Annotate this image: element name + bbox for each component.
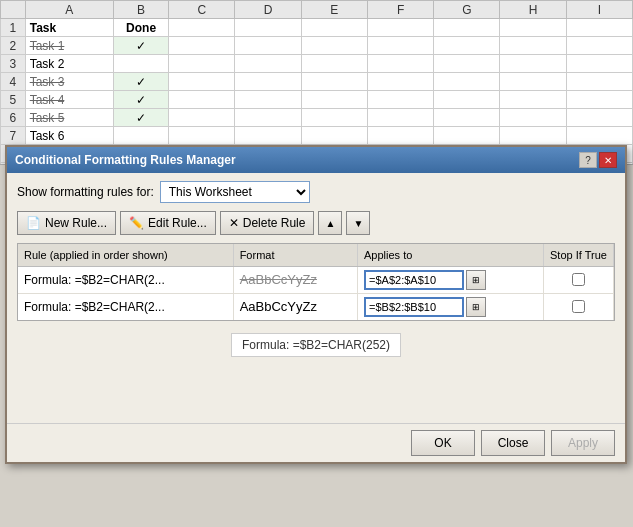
- col-header-f[interactable]: F: [367, 1, 433, 19]
- empty-cell[interactable]: [235, 19, 301, 37]
- sheet-row[interactable]: 2Task 1✓: [1, 37, 633, 55]
- ok-button[interactable]: OK: [411, 430, 475, 456]
- empty-cell[interactable]: [301, 109, 367, 127]
- empty-cell[interactable]: [434, 109, 500, 127]
- empty-cell[interactable]: [169, 73, 235, 91]
- done-cell[interactable]: ✓: [114, 91, 169, 109]
- applies-to-input[interactable]: [364, 297, 464, 317]
- empty-cell[interactable]: [500, 37, 566, 55]
- empty-cell[interactable]: [169, 127, 235, 145]
- empty-cell[interactable]: [500, 19, 566, 37]
- done-cell[interactable]: [114, 55, 169, 73]
- close-title-button[interactable]: ✕: [599, 152, 617, 168]
- stop-if-true-cell[interactable]: [544, 293, 614, 320]
- col-header-e[interactable]: E: [301, 1, 367, 19]
- rules-dropdown-wrapper[interactable]: This Worksheet: [160, 181, 310, 203]
- empty-cell[interactable]: [367, 37, 433, 55]
- empty-cell[interactable]: [566, 37, 632, 55]
- empty-cell[interactable]: [301, 37, 367, 55]
- task-cell[interactable]: Task 1: [25, 37, 113, 55]
- delete-rule-button[interactable]: ✕ Delete Rule: [220, 211, 315, 235]
- move-down-button[interactable]: ▼: [346, 211, 370, 235]
- empty-cell[interactable]: [301, 127, 367, 145]
- empty-cell[interactable]: [367, 109, 433, 127]
- help-button[interactable]: ?: [579, 152, 597, 168]
- empty-cell[interactable]: [235, 73, 301, 91]
- task-cell[interactable]: Task 4: [25, 91, 113, 109]
- sheet-row[interactable]: 5Task 4✓: [1, 91, 633, 109]
- empty-cell[interactable]: [434, 37, 500, 55]
- empty-cell[interactable]: [301, 73, 367, 91]
- empty-cell[interactable]: [169, 91, 235, 109]
- sheet-row[interactable]: 3Task 2: [1, 55, 633, 73]
- task-cell[interactable]: Task 6: [25, 127, 113, 145]
- close-button[interactable]: Close: [481, 430, 545, 456]
- done-cell[interactable]: [114, 127, 169, 145]
- applies-to-input[interactable]: [364, 270, 464, 290]
- empty-cell[interactable]: [235, 127, 301, 145]
- empty-cell[interactable]: [500, 91, 566, 109]
- rule-row[interactable]: Formula: =$B2=CHAR(2...AaBbCcYyZz⊞: [18, 266, 614, 293]
- empty-cell[interactable]: [500, 109, 566, 127]
- empty-cell[interactable]: [301, 19, 367, 37]
- empty-cell[interactable]: [367, 55, 433, 73]
- empty-cell[interactable]: [301, 55, 367, 73]
- empty-cell[interactable]: [235, 91, 301, 109]
- empty-cell[interactable]: [169, 109, 235, 127]
- task-cell[interactable]: Task 5: [25, 109, 113, 127]
- rule-applies-to-cell[interactable]: ⊞: [358, 293, 544, 320]
- range-picker-icon[interactable]: ⊞: [466, 297, 486, 317]
- col-header-d[interactable]: D: [235, 1, 301, 19]
- empty-cell[interactable]: [169, 37, 235, 55]
- stop-if-true-checkbox[interactable]: [572, 273, 585, 286]
- empty-cell[interactable]: [434, 73, 500, 91]
- col-header-h[interactable]: H: [500, 1, 566, 19]
- col-header-b[interactable]: B: [114, 1, 169, 19]
- new-rule-button[interactable]: 📄 New Rule...: [17, 211, 116, 235]
- empty-cell[interactable]: [169, 55, 235, 73]
- edit-rule-button[interactable]: ✏️ Edit Rule...: [120, 211, 216, 235]
- col-header-i[interactable]: I: [566, 1, 632, 19]
- empty-cell[interactable]: [500, 55, 566, 73]
- empty-cell[interactable]: [235, 55, 301, 73]
- empty-cell[interactable]: [566, 73, 632, 91]
- empty-cell[interactable]: [367, 73, 433, 91]
- show-rules-dropdown[interactable]: This Worksheet: [160, 181, 310, 203]
- move-up-button[interactable]: ▲: [318, 211, 342, 235]
- apply-button[interactable]: Apply: [551, 430, 615, 456]
- sheet-row[interactable]: 7Task 6: [1, 127, 633, 145]
- done-cell[interactable]: Done: [114, 19, 169, 37]
- rule-applies-to-cell[interactable]: ⊞: [358, 266, 544, 293]
- empty-cell[interactable]: [235, 37, 301, 55]
- empty-cell[interactable]: [434, 19, 500, 37]
- empty-cell[interactable]: [235, 109, 301, 127]
- col-header-c[interactable]: C: [169, 1, 235, 19]
- stop-if-true-checkbox[interactable]: [572, 300, 585, 313]
- empty-cell[interactable]: [434, 91, 500, 109]
- empty-cell[interactable]: [434, 127, 500, 145]
- empty-cell[interactable]: [500, 73, 566, 91]
- task-cell[interactable]: Task: [25, 19, 113, 37]
- sheet-row[interactable]: 6Task 5✓: [1, 109, 633, 127]
- rule-row[interactable]: Formula: =$B2=CHAR(2...AaBbCcYyZz⊞: [18, 293, 614, 320]
- empty-cell[interactable]: [566, 55, 632, 73]
- empty-cell[interactable]: [566, 91, 632, 109]
- empty-cell[interactable]: [500, 127, 566, 145]
- empty-cell[interactable]: [566, 127, 632, 145]
- stop-if-true-cell[interactable]: [544, 266, 614, 293]
- empty-cell[interactable]: [367, 19, 433, 37]
- col-header-g[interactable]: G: [434, 1, 500, 19]
- empty-cell[interactable]: [367, 127, 433, 145]
- empty-cell[interactable]: [434, 55, 500, 73]
- task-cell[interactable]: Task 3: [25, 73, 113, 91]
- empty-cell[interactable]: [301, 91, 367, 109]
- empty-cell[interactable]: [367, 91, 433, 109]
- col-header-a[interactable]: A: [25, 1, 113, 19]
- done-cell[interactable]: ✓: [114, 73, 169, 91]
- empty-cell[interactable]: [169, 19, 235, 37]
- sheet-row[interactable]: 4Task 3✓: [1, 73, 633, 91]
- range-picker-icon[interactable]: ⊞: [466, 270, 486, 290]
- done-cell[interactable]: ✓: [114, 109, 169, 127]
- empty-cell[interactable]: [566, 109, 632, 127]
- empty-cell[interactable]: [566, 19, 632, 37]
